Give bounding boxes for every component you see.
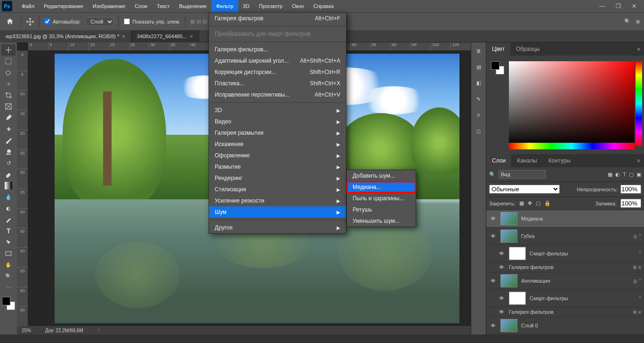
tab-color[interactable]: Цвет <box>486 42 510 56</box>
color-swatches[interactable] <box>2 297 15 310</box>
adjustments-icon[interactable]: ◧ <box>474 78 483 88</box>
layer-thumbnail[interactable] <box>500 212 517 225</box>
blend-mode-select[interactable]: Обычные <box>489 185 560 194</box>
submenu-item[interactable]: Медиана... <box>347 181 416 193</box>
tab-layers[interactable]: Слои <box>486 154 511 167</box>
menu-item-Рендеринг[interactable]: Рендеринг▶ <box>209 172 346 184</box>
lasso-tool[interactable] <box>1 67 16 78</box>
menu-item-Искажение[interactable]: Искажение▶ <box>209 139 346 150</box>
layer-row[interactable]: 👁Слой 0 <box>486 317 644 335</box>
layer-name[interactable]: Аппликация <box>521 278 629 284</box>
filter-pixel-icon[interactable]: ▦ <box>608 172 612 178</box>
menu-item-Стилизация[interactable]: Стилизация▶ <box>209 184 346 195</box>
document-tab[interactable]: 3408x2272_664485...× <box>131 30 199 42</box>
show-controls-checkbox[interactable]: Показать упр. элем. <box>124 18 180 24</box>
blur-tool[interactable]: 💧 <box>1 191 16 203</box>
close-icon[interactable]: ✕ <box>626 0 642 12</box>
visibility-icon[interactable]: 👁 <box>489 216 497 221</box>
layer-row[interactable]: 👁Галерея фильтров⚙ ≡ <box>486 307 644 317</box>
fill-input[interactable] <box>620 199 641 208</box>
layer-row[interactable]: 👁Медиана <box>486 210 644 228</box>
opacity-input[interactable] <box>620 185 641 194</box>
edit-toolbar[interactable]: ⋯ <box>1 282 16 293</box>
healing-tool[interactable]: ✚ <box>1 123 16 135</box>
dodge-tool[interactable]: ◐ <box>1 203 16 214</box>
lock-pixels-icon[interactable]: ▦ <box>519 200 524 206</box>
maximize-icon[interactable]: ❐ <box>610 0 626 12</box>
layer-row[interactable]: 👁Губка◎ ˅ <box>486 228 644 245</box>
visibility-icon[interactable]: 👁 <box>498 309 505 315</box>
layer-name[interactable]: Галерея фильтров <box>509 264 629 270</box>
document-tab[interactable]: wp3323661.jpg @ 33,3% (Аппликация, RGB/8… <box>0 30 131 42</box>
layer-name[interactable]: Медиана <box>521 216 641 221</box>
visibility-icon[interactable]: 👁 <box>489 323 497 328</box>
marquee-tool[interactable] <box>1 56 16 67</box>
layer-name[interactable]: Смарт-фильтры <box>530 295 635 301</box>
filter-settings-icon[interactable]: ⚙ ≡ <box>633 265 641 270</box>
history-icon[interactable]: ≣ <box>474 46 483 56</box>
paragraph-icon[interactable]: ≡ <box>474 110 483 120</box>
tab-channels[interactable]: Каналы <box>511 154 543 167</box>
lock-artboard-icon[interactable]: ▢ <box>536 200 540 206</box>
menu-item[interactable]: Адаптивный широкий угол...Alt+Shift+Ctrl… <box>209 55 346 66</box>
layer-thumbnail[interactable] <box>500 274 517 287</box>
tab-close-icon[interactable]: × <box>190 30 193 42</box>
menu-слои[interactable]: Слои <box>130 0 152 12</box>
layer-row[interactable]: 👁Смарт-фильтры˅ <box>486 245 644 262</box>
menu-item-Усиление резкости[interactable]: Усиление резкости▶ <box>209 195 346 206</box>
hue-slider[interactable] <box>636 61 642 146</box>
gradient-tool[interactable] <box>1 180 16 191</box>
menu-item[interactable]: Галерея фильтров... <box>209 44 346 55</box>
rectangle-tool[interactable] <box>1 248 16 259</box>
frame-tool[interactable] <box>1 101 16 112</box>
stamp-tool[interactable] <box>1 146 16 157</box>
menu-фильтр[interactable]: Фильтр <box>211 0 238 12</box>
menu-справка[interactable]: Справка <box>309 0 338 12</box>
layer-thumbnail[interactable] <box>509 292 526 305</box>
visibility-icon[interactable]: 👁 <box>489 233 497 239</box>
submenu-item[interactable]: Уменьшить шум... <box>347 215 416 227</box>
history-brush-tool[interactable]: ↺ <box>1 157 16 169</box>
layer-thumbnail[interactable] <box>500 319 517 332</box>
layer-row[interactable]: 👁Смарт-фильтры˅ <box>486 290 644 307</box>
layer-thumbnail[interactable] <box>509 247 526 260</box>
layer-name[interactable]: Губка <box>521 233 629 239</box>
home-icon[interactable] <box>4 16 16 28</box>
filter-settings-icon[interactable]: ⚙ ≡ <box>633 310 641 315</box>
menu-окно[interactable]: Окно <box>287 0 309 12</box>
layer-name[interactable]: Галерея фильтров <box>509 309 629 315</box>
brushes-icon[interactable]: ✎ <box>474 94 483 104</box>
menu-item-3D[interactable]: 3D▶ <box>209 105 346 116</box>
filter-adjust-icon[interactable]: ◐ <box>615 172 620 178</box>
menu-редактирование[interactable]: Редактирование <box>39 0 88 12</box>
layer-row[interactable]: 👁Аппликация◎ ˅ <box>486 272 644 290</box>
menu-item-Другое[interactable]: Другое▶ <box>209 222 346 233</box>
3d-icon[interactable]: ◻ <box>474 126 483 136</box>
menu-выделение[interactable]: Выделение <box>175 0 211 12</box>
menu-файл[interactable]: Файл <box>17 0 39 12</box>
menu-item[interactable]: Преобразовать для смарт-фильтров <box>209 28 346 40</box>
menu-item-Шум[interactable]: Шум▶ <box>209 206 346 218</box>
autoselect-checkbox[interactable]: Автовыбор: <box>44 18 80 24</box>
lock-position-icon[interactable]: ✥ <box>528 200 532 206</box>
submenu-item[interactable]: Пыль и царапины... <box>347 193 416 204</box>
minimize-icon[interactable]: — <box>594 0 610 12</box>
menu-изображение[interactable]: Изображение <box>88 0 130 12</box>
layer-row[interactable]: 👁Галерея фильтров⚙ ≡ <box>486 262 644 272</box>
submenu-item[interactable]: Добавить шум... <box>347 170 416 181</box>
tab-close-icon[interactable]: × <box>122 30 125 42</box>
layer-thumbnail[interactable] <box>500 229 517 243</box>
visibility-icon[interactable]: 👁 <box>498 251 505 256</box>
properties-icon[interactable]: ▤ <box>474 62 483 72</box>
zoom-level[interactable]: 25% <box>22 328 31 333</box>
visibility-icon[interactable]: 👁 <box>489 278 497 284</box>
menu-item-Оформление[interactable]: Оформление▶ <box>209 150 346 161</box>
layer-name[interactable]: Слой 0 <box>521 323 641 328</box>
panel-menu-icon[interactable]: ≡ <box>634 46 644 52</box>
color-field[interactable] <box>509 61 635 146</box>
menu-просмотр[interactable]: Просмотр <box>254 0 287 12</box>
menu-item[interactable]: Коррекция дисторсии...Shift+Ctrl+R <box>209 66 346 78</box>
tab-swatches[interactable]: Образцы <box>510 42 545 56</box>
visibility-icon[interactable]: 👁 <box>498 295 505 301</box>
search-icon[interactable]: 🔍 <box>624 18 631 24</box>
